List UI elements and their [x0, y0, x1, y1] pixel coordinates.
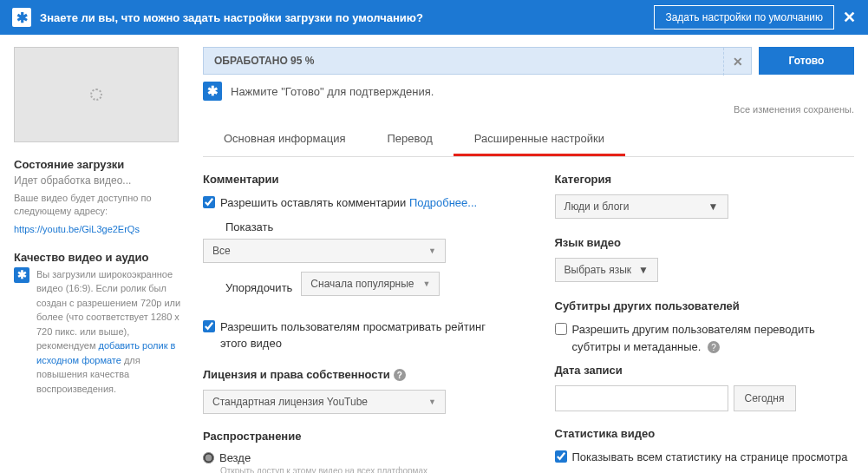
- done-button[interactable]: Готово: [759, 47, 854, 75]
- allow-rating-checkbox[interactable]: Разрешить пользователям просматривать ре…: [203, 319, 503, 352]
- license-heading: Лицензия и права собственности?: [203, 368, 503, 382]
- allow-comments-checkbox[interactable]: Разрешить оставлять комментарии Подробне…: [203, 194, 503, 212]
- sidebar: Состояние загрузки Идет обработка видео.…: [14, 47, 187, 473]
- category-select[interactable]: Люди и блоги▼: [555, 194, 728, 219]
- upload-status-text: Идет обработка видео...: [14, 174, 187, 187]
- category-heading: Категория: [555, 173, 855, 186]
- show-label: Показать: [225, 220, 503, 233]
- tab-advanced[interactable]: Расширенные настройки: [454, 123, 625, 156]
- subtitles-heading: Субтитры других пользователей: [555, 299, 855, 312]
- sort-select[interactable]: Сначала популярные▼: [301, 272, 440, 296]
- tabs: Основная информация Перевод Расширенные …: [203, 123, 854, 157]
- comments-heading: Комментарии: [203, 173, 503, 186]
- recording-date-input[interactable]: [555, 385, 728, 411]
- chevron-down-icon: ▼: [422, 279, 430, 288]
- cancel-upload-icon[interactable]: ✕: [723, 48, 751, 76]
- sort-label: Упорядочить: [225, 281, 292, 294]
- star-icon: ✱: [203, 82, 222, 101]
- info-banner: ✱ Знаете ли вы, что можно задать настрой…: [0, 0, 868, 35]
- save-status: Все изменения сохранены.: [203, 104, 854, 115]
- quality-heading: Качество видео и аудио: [14, 251, 187, 264]
- quality-description: Вы загрузили широкоэкранное видео (16:9)…: [36, 267, 187, 397]
- close-icon[interactable]: ✕: [843, 8, 856, 27]
- chevron-down-icon: ▼: [708, 200, 719, 213]
- banner-message: Знаете ли вы, что можно задать настройки…: [40, 11, 654, 24]
- upload-status-heading: Состояние загрузки: [14, 158, 187, 171]
- chevron-down-icon: ▼: [428, 397, 436, 406]
- stats-heading: Статистика видео: [555, 427, 855, 440]
- show-stats-checkbox[interactable]: Показывать всем статистику на странице п…: [555, 449, 855, 466]
- learn-more-link[interactable]: Подробнее...: [409, 196, 477, 209]
- progress-bar: ОБРАБОТАНО 95 % ✕: [203, 47, 752, 75]
- help-icon[interactable]: ?: [394, 369, 406, 381]
- language-select[interactable]: Выбрать язык▼: [555, 258, 658, 282]
- distribution-everywhere-radio[interactable]: Везде: [203, 451, 503, 464]
- show-select[interactable]: Все▼: [203, 239, 446, 263]
- left-column: Комментарии Разрешить оставлять коммента…: [203, 173, 503, 473]
- instruction-text: Нажмите "Готово" для подтверждения.: [231, 85, 854, 98]
- distribution-heading: Распространение: [203, 430, 503, 443]
- star-icon: ✱: [12, 8, 31, 27]
- recording-date-heading: Дата записи: [555, 364, 855, 377]
- chevron-down-icon: ▼: [638, 264, 649, 276]
- tab-translation[interactable]: Перевод: [367, 123, 454, 156]
- main-panel: ОБРАБОТАНО 95 % ✕ Готово ✱ Нажмите "Гото…: [203, 47, 854, 473]
- loading-icon: [90, 89, 102, 101]
- video-thumbnail: [14, 47, 179, 142]
- tab-basic-info[interactable]: Основная информация: [203, 123, 367, 156]
- help-icon[interactable]: ?: [708, 341, 720, 353]
- today-button[interactable]: Сегодня: [734, 385, 796, 411]
- star-icon: ✱: [14, 267, 29, 283]
- video-url-link[interactable]: https://youtu.be/GiL3ge2ErQs: [14, 224, 140, 234]
- right-column: Категория Люди и блоги▼ Язык видео Выбра…: [555, 173, 855, 473]
- license-select[interactable]: Стандартная лицензия YouTube▼: [203, 390, 446, 414]
- allow-subtitles-checkbox[interactable]: Разрешить другим пользователям переводит…: [555, 321, 855, 355]
- language-heading: Язык видео: [555, 236, 855, 249]
- video-url-label: Ваше видео будет доступно по следующему …: [14, 192, 187, 219]
- distribution-description: Открыть доступ к этому видео на всех пла…: [220, 466, 503, 473]
- chevron-down-icon: ▼: [428, 246, 436, 255]
- set-defaults-button[interactable]: Задать настройки по умолчанию: [654, 5, 834, 30]
